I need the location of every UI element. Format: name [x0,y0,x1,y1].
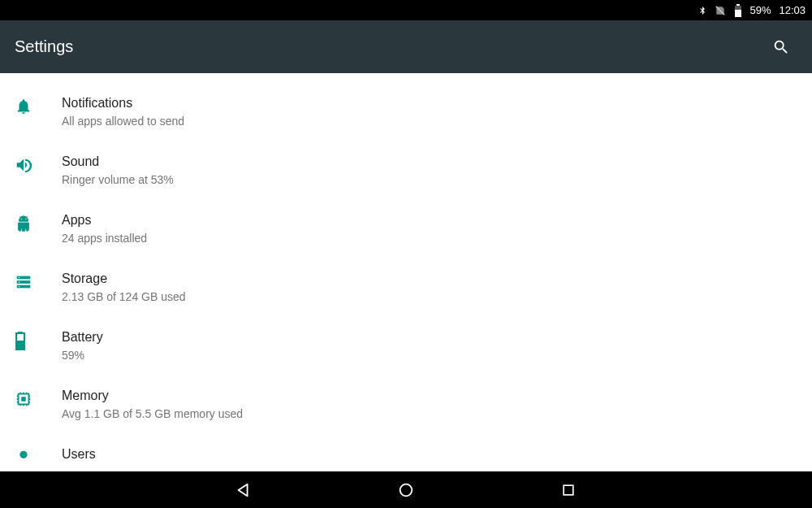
volume-icon [15,156,32,177]
settings-item-memory[interactable]: Memory Avg 1.1 GB of 5.5 GB memory used [0,376,812,434]
navigation-bar [0,471,812,508]
svg-rect-18 [564,485,573,495]
svg-point-4 [25,219,26,219]
settings-list: Notifications All apps allowed to send S… [0,73,812,470]
item-title: Users [62,445,797,463]
bell-icon [15,98,32,119]
item-subtitle: Avg 1.1 GB of 5.5 GB memory used [62,406,797,422]
svg-rect-2 [735,10,741,17]
settings-item-sound[interactable]: Sound Ringer volume at 53% [0,141,812,200]
item-subtitle: 59% [62,347,797,363]
app-bar: Settings [0,20,812,73]
no-sim-icon [714,4,727,17]
settings-item-apps[interactable]: Apps 24 apps installed [0,200,812,258]
svg-point-10 [19,286,20,288]
settings-list-container: Notifications All apps allowed to send S… [0,73,812,471]
svg-point-16 [19,451,27,458]
nav-recent-button[interactable] [552,474,585,506]
nav-home-button[interactable] [390,474,422,506]
battery-icon [732,4,745,17]
memory-icon [15,390,32,411]
user-icon [15,449,32,470]
item-title: Sound [62,153,797,171]
item-title: Apps [62,211,797,229]
item-subtitle: All apps allowed to send [62,113,797,129]
home-icon [397,481,415,499]
search-icon [772,38,790,56]
settings-item-battery[interactable]: Battery 59% [0,317,812,376]
settings-item-storage[interactable]: Storage 2.13 GB of 124 GB used [0,258,812,317]
item-subtitle: 2.13 GB of 124 GB used [62,289,797,305]
item-title: Battery [62,328,797,346]
item-subtitle: 24 apps installed [62,230,797,246]
settings-item-users[interactable]: Users [0,434,812,470]
battery-icon [15,332,26,354]
item-title: Storage [62,270,797,288]
settings-item-notifications[interactable]: Notifications All apps allowed to send [0,83,812,141]
svg-rect-13 [17,341,24,349]
recent-icon [560,482,577,498]
svg-point-17 [400,484,412,496]
bluetooth-icon [696,4,709,17]
storage-icon [15,273,32,294]
status-bar: 59% 12:03 [0,0,812,20]
svg-point-9 [19,281,20,283]
svg-rect-15 [21,397,26,402]
clock: 12:03 [779,4,806,16]
nav-back-button[interactable] [227,474,260,506]
page-title: Settings [15,37,73,56]
item-title: Notifications [62,94,797,112]
search-button[interactable] [765,31,797,63]
svg-point-3 [21,219,22,219]
svg-rect-0 [736,4,740,6]
battery-text: 59% [749,4,771,16]
android-icon [15,215,32,236]
item-subtitle: Ringer volume at 53% [62,172,797,188]
item-title: Memory [62,387,797,405]
back-icon [235,481,253,499]
svg-point-8 [19,277,20,279]
